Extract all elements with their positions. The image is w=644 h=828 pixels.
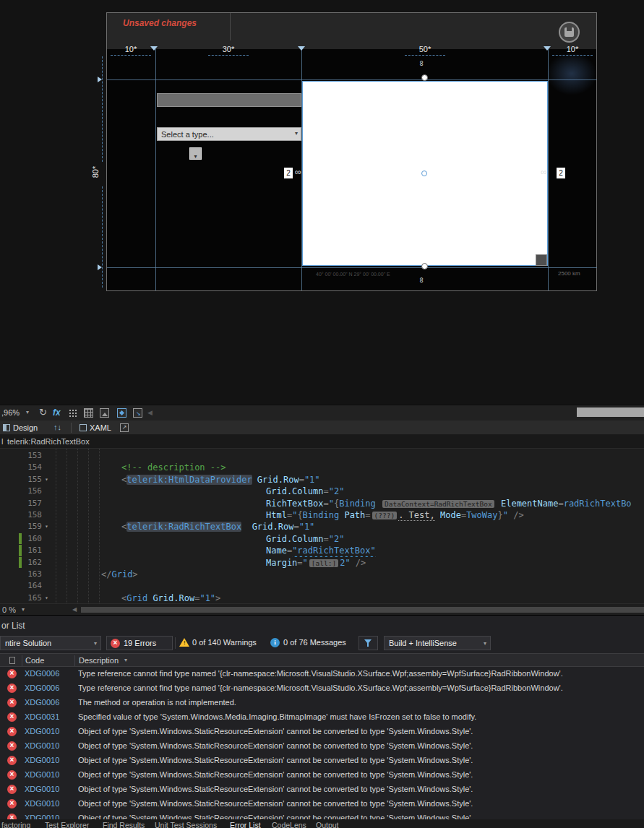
scroll-left-icon[interactable]: ◀ xyxy=(147,409,153,416)
filter-button[interactable] xyxy=(359,636,378,650)
error-code[interactable]: XDG0010 xyxy=(25,727,59,736)
code-line[interactable]: 161Name="radRichTextBox" xyxy=(0,545,644,556)
error-code[interactable]: XDG0010 xyxy=(25,756,59,764)
error-list-row[interactable]: ×XDG0010Object of type 'System.Windows.S… xyxy=(0,811,644,819)
grid-col-marker-3[interactable]: 50* xyxy=(413,45,437,53)
popout-icon[interactable]: ↗ xyxy=(120,423,129,432)
grid-line-h1[interactable] xyxy=(107,79,597,80)
bottom-tab[interactable]: Error List xyxy=(230,821,261,828)
error-list-row[interactable]: ×XDG0010Object of type 'System.Windows.S… xyxy=(0,739,644,754)
grid-col-marker-1[interactable]: 10* xyxy=(119,45,142,53)
editor-hscrollbar-thumb[interactable] xyxy=(81,607,644,613)
code-line[interactable]: 157RichTextBox="{Binding DataContext=Rad… xyxy=(0,498,644,509)
code-line[interactable]: 162Margin="[all:]2" /> xyxy=(0,557,644,569)
margin-anchor-bottom-icon[interactable]: ∞ xyxy=(418,277,426,283)
designer-textbox[interactable] xyxy=(157,93,301,107)
code-line[interactable]: 165▾<Grid Grid.Row="1"> xyxy=(0,592,644,603)
error-code[interactable]: XDG0006 xyxy=(25,698,59,707)
fold-toggle-icon[interactable]: ▾ xyxy=(45,474,48,486)
resize-handle-top[interactable] xyxy=(421,74,428,81)
code-lines[interactable]: 153154<!-- description -->155▾<telerik:H… xyxy=(0,449,644,603)
source-filter-combo[interactable]: Build + IntelliSense ▾ xyxy=(384,636,491,650)
error-code[interactable]: XDG0010 xyxy=(25,814,59,819)
resize-handle-bottom[interactable] xyxy=(421,263,428,269)
grid-dots-icon[interactable] xyxy=(69,410,71,411)
severity-column-icon[interactable] xyxy=(9,657,15,664)
bottom-tab[interactable]: factoring xyxy=(1,821,30,828)
column-header-code[interactable]: Code xyxy=(25,656,44,665)
error-list-row[interactable]: ×XDG0006Type reference cannot find type … xyxy=(0,681,644,696)
warnings-toggle-button[interactable]: ! 0 of 140 Warnings xyxy=(178,636,265,650)
error-code[interactable]: XDG0010 xyxy=(25,770,59,779)
errors-toggle-button[interactable]: × 19 Errors xyxy=(106,636,173,650)
messages-toggle-button[interactable]: i 0 of 76 Messages xyxy=(269,636,353,650)
grid-lines-icon[interactable] xyxy=(84,408,93,418)
code-line[interactable]: 154<!-- description --> xyxy=(0,462,644,473)
grid-row-handle-1[interactable] xyxy=(98,77,102,82)
code-line[interactable]: 155▾<telerik:HtmlDataProvider Grid.Row="… xyxy=(0,474,644,486)
code-line[interactable]: 160Grid.Column="2" xyxy=(0,533,644,545)
error-code[interactable]: XDG0031 xyxy=(25,712,59,721)
error-list-row[interactable]: ×XDG0031Specified value of type 'System.… xyxy=(0,710,644,725)
error-code[interactable]: XDG0010 xyxy=(25,799,59,808)
hscroll-left-icon[interactable]: ◀ xyxy=(72,606,77,613)
grid-line-v1[interactable] xyxy=(155,49,156,290)
error-code[interactable]: XDG0006 xyxy=(25,683,59,692)
bottom-tab[interactable]: CodeLens xyxy=(272,821,306,828)
grid-col-marker-2[interactable]: 30* xyxy=(217,45,240,53)
selection-center-handle[interactable] xyxy=(421,171,427,176)
error-list-row[interactable]: ×XDG0010Object of type 'System.Windows.S… xyxy=(0,782,644,797)
breadcrumb-current[interactable]: telerik:RadRichTextBox xyxy=(7,437,90,446)
column-header-description[interactable]: Description xyxy=(79,656,119,665)
margin-anchor-top-icon[interactable]: ∞ xyxy=(418,61,426,66)
bottom-tab[interactable]: Find Results xyxy=(103,821,145,828)
designer-dropdown-button[interactable]: ▾ xyxy=(189,147,202,160)
bottom-tab[interactable]: Test Explorer xyxy=(45,821,89,828)
tab-design[interactable]: Design xyxy=(13,423,38,432)
code-line[interactable]: 153 xyxy=(0,450,644,462)
refresh-icon[interactable]: ↻ xyxy=(39,407,47,418)
scope-filter-combo[interactable]: ntire Solution ▾ xyxy=(0,636,101,650)
error-list-row[interactable]: ×XDG0010Object of type 'System.Windows.S… xyxy=(0,768,644,782)
grid-splitter-handle-3[interactable] xyxy=(544,46,551,51)
code-line[interactable]: 158Html="{Binding Path=(???). Test, Mode… xyxy=(0,509,644,521)
snap-grid-icon[interactable] xyxy=(117,408,126,418)
grid-splitter-handle-2[interactable] xyxy=(298,46,305,51)
margin-left-value[interactable]: 2 xyxy=(284,168,293,178)
error-list-row[interactable]: ×XDG0010Object of type 'System.Windows.S… xyxy=(0,797,644,811)
error-list-row[interactable]: ×XDG0006The method or operation is not i… xyxy=(0,696,644,710)
image-icon[interactable] xyxy=(100,408,109,418)
error-code[interactable]: XDG0006 xyxy=(25,669,59,678)
grid-row-marker[interactable]: 80* xyxy=(91,166,100,178)
tab-xaml[interactable]: XAML xyxy=(90,423,111,432)
code-line[interactable]: 164 xyxy=(0,580,644,592)
grid-line-h2[interactable] xyxy=(107,267,597,268)
code-line[interactable]: 159▾<telerik:RadRichTextBox Grid.Row="1" xyxy=(0,521,644,532)
fold-toggle-icon[interactable]: ▾ xyxy=(45,521,48,532)
code-line[interactable]: 163</Grid> xyxy=(0,569,644,580)
margin-right-value[interactable]: 2 xyxy=(557,168,565,178)
designer-combobox[interactable]: Select a type... ▾ xyxy=(157,127,301,141)
zoom-combo[interactable]: ,96% xyxy=(1,408,20,417)
fold-toggle-icon[interactable]: ▾ xyxy=(45,592,48,603)
swap-panes-icon[interactable]: ↑↓ xyxy=(53,423,61,431)
resize-grip[interactable] xyxy=(536,254,547,266)
zoom-combo-caret-icon[interactable]: ▾ xyxy=(26,409,29,415)
editor-zoom-caret-icon[interactable]: ▾ xyxy=(22,606,25,613)
grid-row-handle-2[interactable] xyxy=(98,264,102,270)
error-code[interactable]: XDG0010 xyxy=(25,741,59,750)
error-code[interactable]: XDG0010 xyxy=(25,785,59,793)
column-separator[interactable] xyxy=(22,655,22,666)
edit-template-icon[interactable]: ↘ xyxy=(133,408,142,418)
grid-splitter-handle-1[interactable] xyxy=(150,46,158,51)
margin-anchor-left-icon[interactable]: ∞ xyxy=(295,167,301,177)
margin-anchor-right-icon[interactable]: ∞ xyxy=(541,167,547,177)
bottom-tab[interactable]: Output xyxy=(316,821,339,828)
bottom-tab[interactable]: Unit Test Sessions xyxy=(155,821,217,828)
editor-zoom-combo[interactable]: 0 % xyxy=(2,605,16,614)
error-list-row[interactable]: ×XDG0006Type reference cannot find type … xyxy=(0,667,644,681)
effects-fx-icon[interactable]: fx xyxy=(53,407,61,418)
code-line[interactable]: 156Grid.Column="2" xyxy=(0,486,644,497)
save-button[interactable] xyxy=(559,22,580,43)
error-list-row[interactable]: ×XDG0010Object of type 'System.Windows.S… xyxy=(0,725,644,739)
